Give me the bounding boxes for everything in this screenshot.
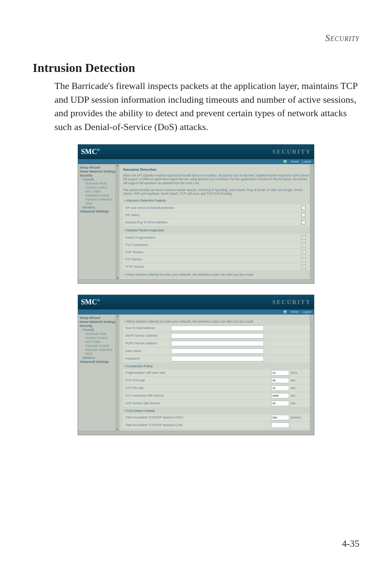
section-conn-policy: Connection Policy <box>124 364 310 368</box>
row-syn-wait: TCP SYN waitsec. <box>123 377 310 384</box>
nav-security[interactable]: Security <box>79 174 118 177</box>
nav-firewall[interactable]: Firewall <box>79 178 118 181</box>
horizontal-scrollbar[interactable] <box>78 431 314 435</box>
row-udp-idle: UDP session idle timeoutsec. <box>123 400 310 407</box>
section-header: Security <box>33 33 359 44</box>
footer-note-1: When hackers attempt to enter your netwo… <box>124 273 310 276</box>
nav-dmz[interactable]: DMZ <box>79 352 118 356</box>
sidebar: Setup Wizard Home Network Settings Secur… <box>78 164 119 279</box>
content-pane: Intrusion Detection When the SPI (Statef… <box>119 164 314 279</box>
checkbox-udp[interactable] <box>301 250 306 254</box>
checkbox-spi[interactable] <box>301 206 306 210</box>
nav-home-network[interactable]: Home Network Settings <box>79 170 118 173</box>
nav-mac-filter[interactable]: MAC Filter <box>79 340 118 344</box>
checkbox-rip[interactable] <box>301 213 306 217</box>
nav-advanced[interactable]: Advanced Settings <box>79 210 118 213</box>
top-strip: Home Logout <box>78 159 314 164</box>
home-link[interactable]: Home <box>291 310 298 313</box>
globe-icon <box>283 310 287 314</box>
row-spi-antidos: SPI and Anti-DoS firewall protection <box>123 204 310 211</box>
row-discard-ping: Discard Ping To WAN Interface <box>123 219 310 226</box>
input-sess-high[interactable] <box>271 415 289 420</box>
globe-icon <box>283 160 287 163</box>
nav-mac-filter[interactable]: MAC Filter <box>79 190 118 193</box>
nav-schedule-rule[interactable]: Schedule Rule <box>79 332 118 336</box>
brand-bar: SMC® SECURITY <box>78 145 314 159</box>
horizontal-scrollbar[interactable] <box>78 279 314 283</box>
input-udp-idle[interactable] <box>271 401 289 406</box>
nav-access-control[interactable]: Access Control <box>79 336 118 340</box>
input-email[interactable] <box>171 325 264 331</box>
sidebar-scrollbar[interactable] <box>115 164 119 279</box>
input-smtp[interactable] <box>171 333 264 339</box>
brand-bar: SMC® SECURITY <box>78 295 314 309</box>
page-number: 4-35 <box>342 538 359 549</box>
nav-setup-wizard[interactable]: Setup Wizard <box>79 316 118 320</box>
page-title: Intrusion Detection <box>33 61 359 75</box>
nav-schedule-rule[interactable]: Schedule Rule <box>79 182 118 185</box>
nav-access-control[interactable]: Access Control <box>79 186 118 189</box>
input-syn-wait[interactable] <box>271 378 289 383</box>
intro-text-1: When the SPI (Stateful Packet Inspection… <box>123 174 310 185</box>
section-label: SECURITY <box>272 299 311 305</box>
section-label: SECURITY <box>272 149 311 155</box>
row-email: Your E-mail Address <box>123 325 310 332</box>
nav-dmz[interactable]: DMZ <box>79 202 118 205</box>
content-scrollbar[interactable] <box>310 315 314 431</box>
row-pass: Password <box>123 355 310 362</box>
input-pass[interactable] <box>171 356 264 361</box>
row-smtp: SMTP Server Address <box>123 332 310 339</box>
nav-intrusion-detection[interactable]: Intrusion Detection <box>79 198 118 201</box>
sidebar-scrollbar[interactable] <box>115 315 119 431</box>
section-dos-criteria: DoS Detect Criteria <box>124 409 310 413</box>
panel-title: Intrusion Detection <box>123 167 310 171</box>
row-rip-defect: RIP defect <box>123 212 310 218</box>
row-tftp: TFTP Service <box>123 263 310 270</box>
body-paragraph: The Barricade's firewall inspects packet… <box>54 79 359 134</box>
lead-note: When hackers attempt to enter your netwo… <box>124 320 310 323</box>
screenshot-intrusion-bottom: SMC® SECURITY Home Logout Setup Wizard H… <box>78 295 314 435</box>
nav-setup-wizard[interactable]: Setup Wizard <box>79 166 118 169</box>
nav-home-network[interactable]: Home Network Settings <box>79 320 118 324</box>
input-pop3[interactable] <box>171 341 264 346</box>
row-sessions-low: Total incomplete TCP/UDP sessions LOW <box>123 422 310 429</box>
row-pop3: POP3 Server Address <box>123 340 310 347</box>
row-sessions-high: Total incomplete TCP/UDP sessions HIGHse… <box>123 414 310 421</box>
input-fin-wait[interactable] <box>271 385 289 391</box>
row-tcp-idle: TCP connection idle timeoutsec. <box>123 392 310 399</box>
top-strip: Home Logout <box>78 309 314 315</box>
row-tcp-conn: TCP Connection <box>123 242 310 248</box>
screenshot-intrusion-top: SMC® SECURITY Home Logout Setup Wizard H… <box>78 144 314 284</box>
checkbox-tftp[interactable] <box>301 264 306 269</box>
row-frag-wait: Fragmentation half-open waitsecs <box>123 369 310 376</box>
input-user[interactable] <box>171 348 264 354</box>
checkbox-tcp[interactable] <box>301 243 306 247</box>
smc-logo: SMC® <box>81 298 100 306</box>
home-link[interactable]: Home <box>291 160 298 163</box>
nav-security[interactable]: Security <box>79 324 118 328</box>
row-udp-sess: UDP Session <box>123 249 310 255</box>
row-user: User name <box>123 348 310 355</box>
logout-link[interactable]: Logout <box>302 160 311 163</box>
sidebar: Setup Wizard Home Network Settings Secur… <box>78 315 119 431</box>
nav-intrusion-detection[interactable]: Intrusion Detection <box>79 348 118 352</box>
intro-text-2: The Device firewall can block common hac… <box>123 188 310 196</box>
nav-parental-control[interactable]: Parental Control <box>79 194 118 197</box>
checkbox-frag[interactable] <box>301 235 306 240</box>
checkbox-ping[interactable] <box>301 220 306 224</box>
nav-firewall[interactable]: Firewall <box>79 328 118 332</box>
row-fin-wait: TCP FIN waitsec. <box>123 385 310 392</box>
nav-advanced[interactable]: Advanced Settings <box>79 360 118 364</box>
logout-link[interactable]: Logout <box>302 310 311 313</box>
input-tcp-idle[interactable] <box>271 393 289 398</box>
input-sess-low[interactable] <box>271 422 289 428</box>
content-scrollbar[interactable] <box>310 164 314 279</box>
section-idf: Intrusion Detection Feature <box>124 199 310 202</box>
input-frag-wait[interactable] <box>271 370 289 376</box>
nav-parental-control[interactable]: Parental Control <box>79 344 118 348</box>
nav-wireless[interactable]: Wireless <box>79 356 118 360</box>
smc-logo: SMC® <box>81 147 100 156</box>
nav-wireless[interactable]: Wireless <box>79 206 118 209</box>
row-ftp: FTP Service <box>123 256 310 263</box>
checkbox-ftp[interactable] <box>301 257 306 262</box>
